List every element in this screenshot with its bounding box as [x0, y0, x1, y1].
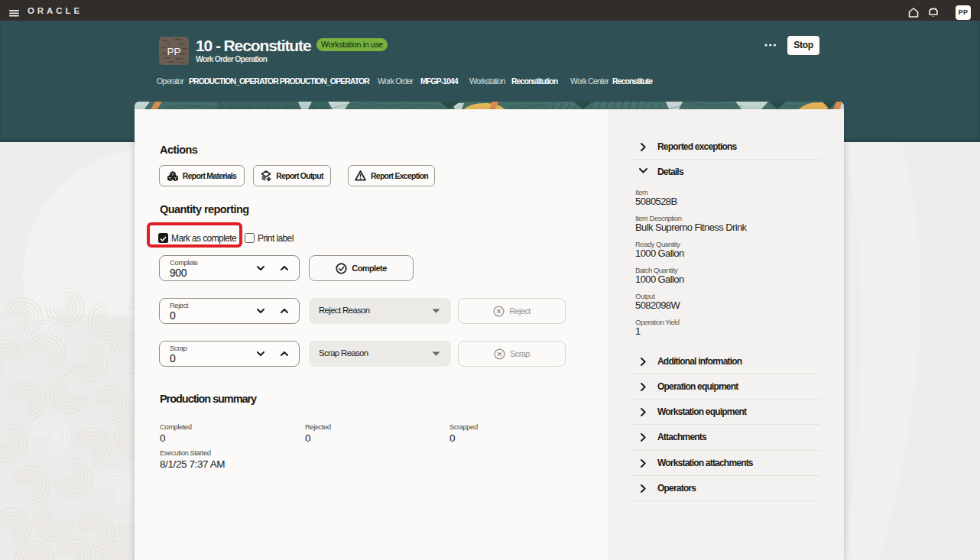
- svg-text:PP: PP: [167, 46, 180, 57]
